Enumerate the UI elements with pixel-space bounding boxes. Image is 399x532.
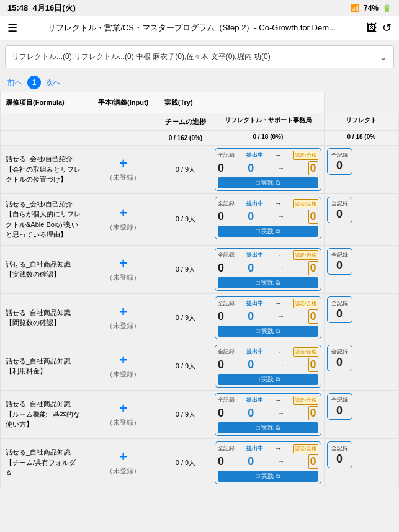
record-header: 全記録 提出中 → 認定/合格 bbox=[218, 199, 318, 210]
curriculum-table: 履修項目(Formula) 手本/講義(Input) 実践(Try) チームの進… bbox=[0, 92, 399, 487]
partial-record-card: 全記録 0 bbox=[327, 393, 352, 420]
record-header: 全記録 提出中 → 認定/合格 bbox=[218, 250, 318, 261]
record-card: 全記録 提出中 → 認定/合格 0 0 → 0 □ 実践 ⧉ bbox=[215, 197, 321, 239]
approved-label: 認定/合格 bbox=[293, 347, 318, 357]
chevron-down-icon: ⌄ bbox=[379, 51, 387, 63]
all-value: 0 bbox=[218, 162, 224, 175]
battery-level: 74% bbox=[364, 4, 379, 12]
record-card: 全記録 提出中 → 認定/合格 0 0 → 0 □ 実践 ⧉ bbox=[215, 441, 321, 484]
approve-value: 0 bbox=[308, 309, 318, 324]
sub-team-progress: チームの進捗 bbox=[159, 113, 212, 130]
approve-value: 0 bbox=[308, 210, 318, 224]
link-icon: ⧉ bbox=[276, 179, 280, 186]
next-button[interactable]: 次へ bbox=[43, 76, 63, 89]
col-formula-header: 履修項目(Formula) bbox=[1, 92, 87, 113]
link-icon: ⧉ bbox=[276, 327, 280, 334]
all-value: 0 bbox=[218, 210, 224, 223]
practice-button[interactable]: □ 実践 ⧉ bbox=[218, 277, 318, 288]
partial-record-card: 全記録 0 bbox=[327, 296, 352, 323]
status-icons: 📶 74% 🔋 bbox=[351, 4, 392, 12]
progress-cell: 0 / 9人 bbox=[159, 293, 212, 342]
arrow-icon: → bbox=[275, 396, 282, 404]
all-value: 0 bbox=[218, 262, 224, 275]
all-record-label: 全記録 bbox=[218, 348, 235, 356]
sub-empty4 bbox=[87, 130, 159, 145]
record-values: 0 0 → 0 bbox=[218, 161, 318, 175]
try-support-cell: 全記録 提出中 → 認定/合格 0 0 → 0 □ 実践 ⧉ bbox=[212, 245, 325, 293]
pagination: 前へ 1 次へ bbox=[0, 73, 399, 92]
sub-empty2 bbox=[87, 113, 159, 130]
try-reflect-cell: 全記録 0 bbox=[324, 145, 398, 193]
try-support-cell: 全記録 提出中 → 認定/合格 0 0 → 0 □ 実践 ⧉ bbox=[212, 293, 325, 342]
add-button[interactable]: + bbox=[119, 450, 127, 464]
sub-support: リフレクトル・サポート事務局 bbox=[212, 113, 325, 130]
record-header: 全記録 提出中 → 認定/合格 bbox=[218, 396, 318, 406]
all-record-label: 全記録 bbox=[218, 251, 235, 259]
practice-button[interactable]: □ 実践 ⧉ bbox=[218, 422, 318, 433]
all-label-right: 全記録 bbox=[331, 348, 348, 355]
progress-cell: 0 / 9人 bbox=[159, 193, 212, 245]
table-row: 話せる_自社商品知識【チーム/共有フォルダ＆ + （未登録） 0 / 9人 全記… bbox=[1, 438, 399, 487]
input-cell: + （未登録） bbox=[87, 245, 159, 293]
sub-reflect: リフレクト bbox=[324, 113, 398, 130]
record-card: 全記録 提出中 → 認定/合格 0 0 → 0 □ 実践 ⧉ bbox=[215, 345, 321, 388]
record-values: 0 0 → 0 bbox=[218, 406, 318, 420]
add-button[interactable]: + bbox=[119, 353, 127, 367]
progress-cell: 0 / 9人 bbox=[159, 390, 212, 438]
add-button[interactable]: + bbox=[119, 305, 127, 319]
formula-cell: 話せる_会社/自己紹介【会社の取組みとリフレクトルの位置づけ】 bbox=[1, 145, 87, 193]
practice-button[interactable]: □ 実践 ⧉ bbox=[218, 177, 318, 188]
progress-cell: 0 / 9人 bbox=[159, 342, 212, 390]
submit-value: 0 bbox=[248, 162, 254, 175]
checkbox-icon: □ bbox=[256, 228, 260, 234]
all-record-label: 全記録 bbox=[218, 396, 235, 404]
practice-button[interactable]: □ 実践 ⧉ bbox=[218, 374, 318, 385]
add-button[interactable]: + bbox=[119, 206, 127, 220]
progress-value: 0 / 9人 bbox=[176, 314, 195, 321]
practice-button[interactable]: □ 実践 ⧉ bbox=[218, 471, 318, 482]
partial-record-card: 全記録 0 bbox=[327, 345, 352, 371]
practice-button[interactable]: □ 実践 ⧉ bbox=[218, 226, 318, 237]
approved-label: 認定/合格 bbox=[293, 444, 318, 453]
filter-text: リフレクトル...(0),リフレクトル...(0),中根 麻衣子(0),佐々木 … bbox=[12, 51, 271, 62]
try-reflect-cell: 全記録 0 bbox=[324, 342, 398, 390]
arrow-icon: → bbox=[275, 445, 282, 452]
formula-cell: 話せる_自社商品知識【利用料金】 bbox=[1, 342, 87, 390]
sub-empty1 bbox=[1, 113, 87, 130]
main-table-wrapper: 履修項目(Formula) 手本/講義(Input) 実践(Try) チームの進… bbox=[0, 92, 399, 487]
link-icon: ⧉ bbox=[276, 376, 280, 383]
all-val-right: 0 bbox=[336, 159, 343, 172]
all-record-label: 全記録 bbox=[218, 200, 235, 208]
record-values: 0 0 → 0 bbox=[218, 210, 318, 224]
filter-bar[interactable]: リフレクトル...(0),リフレクトル...(0),中根 麻衣子(0),佐々木 … bbox=[5, 45, 394, 68]
checkbox-icon: □ bbox=[256, 376, 260, 383]
refresh-icon[interactable]: ↺ bbox=[382, 21, 392, 35]
prev-button[interactable]: 前へ bbox=[5, 76, 25, 89]
checkbox-icon: □ bbox=[256, 472, 260, 479]
link-icon: ⧉ bbox=[276, 279, 280, 286]
checkbox-icon: □ bbox=[256, 179, 260, 186]
submit-value: 0 bbox=[248, 310, 254, 323]
menu-button[interactable]: ☰ bbox=[7, 21, 17, 35]
image-icon[interactable]: 🖼 bbox=[366, 22, 377, 35]
approve-value: 0 bbox=[308, 161, 318, 175]
arrow-icon: → bbox=[275, 200, 282, 207]
add-button[interactable]: + bbox=[119, 157, 127, 171]
add-button[interactable]: + bbox=[119, 257, 127, 270]
all-label-right: 全記録 bbox=[331, 445, 348, 451]
unregistered-label: （未登録） bbox=[106, 321, 140, 330]
approved-label: 認定/合格 bbox=[293, 199, 318, 208]
try-reflect-cell: 全記録 0 bbox=[324, 245, 398, 293]
input-cell: + （未登録） bbox=[87, 390, 159, 438]
checkbox-icon: □ bbox=[256, 279, 260, 286]
submitted-label: 提出中 bbox=[246, 396, 263, 404]
all-val-right: 0 bbox=[336, 308, 343, 320]
all-label-right: 全記録 bbox=[331, 152, 348, 158]
add-button[interactable]: + bbox=[119, 402, 127, 415]
record-values: 0 0 → 0 bbox=[218, 309, 318, 324]
practice-button[interactable]: □ 実践 ⧉ bbox=[218, 326, 318, 337]
progress-value: 0 / 9人 bbox=[176, 166, 195, 173]
sub-empty3 bbox=[1, 130, 87, 145]
col-try-header: 実践(Try) bbox=[159, 92, 324, 113]
submit-value: 0 bbox=[248, 210, 254, 223]
